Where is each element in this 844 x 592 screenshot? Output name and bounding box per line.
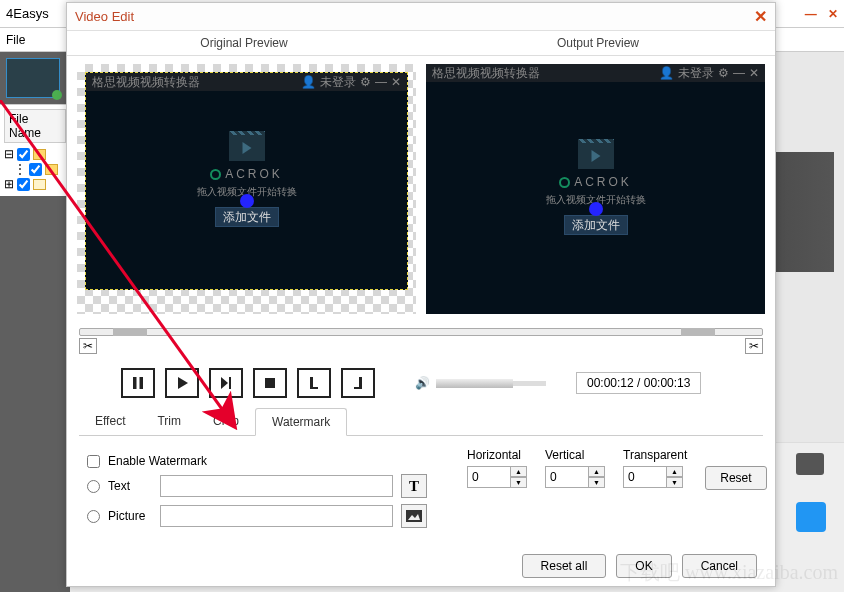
watermark-picture-radio[interactable] <box>87 510 100 523</box>
login-status: 未登录 <box>320 75 356 89</box>
edit-tabs: Effect Trim Crop Watermark <box>79 408 763 436</box>
output-preview[interactable]: 格思视频视频转换器👤未登录⚙—✕ ACROK 拖入视频文件开始转换 添加文件 <box>426 64 765 314</box>
svg-rect-5 <box>265 378 275 388</box>
reset-button[interactable]: Reset <box>705 466 766 490</box>
tree-row[interactable]: ⊞ <box>4 177 66 191</box>
speaker-icon[interactable]: 🔊 <box>415 376 430 390</box>
mark-out-button[interactable] <box>341 368 375 398</box>
transparent-spinner[interactable]: ▲▼ <box>623 466 687 488</box>
tree-header: File Name <box>4 109 66 143</box>
file-thumbnail[interactable] <box>6 58 60 98</box>
svg-rect-4 <box>229 377 231 389</box>
step-button[interactable] <box>209 368 243 398</box>
transparent-label: Transparent <box>623 448 687 462</box>
menu-file[interactable]: File <box>6 33 25 47</box>
svg-rect-7 <box>310 387 318 389</box>
close-icon[interactable]: ✕ <box>754 7 767 26</box>
tab-trim[interactable]: Trim <box>141 408 197 435</box>
ok-button[interactable]: OK <box>616 554 671 578</box>
vertical-label: Vertical <box>545 448 605 462</box>
main-minimize-icon[interactable]: — <box>805 7 817 21</box>
original-video-area: 格思视频视频转换器👤未登录⚙—✕ ACROK 拖入视频文件开始转换 添加文件 <box>85 72 408 290</box>
picture-label: Picture <box>108 509 152 523</box>
dialog-title: Video Edit <box>75 9 134 24</box>
main-close-icon[interactable]: ✕ <box>828 7 838 21</box>
output-preview-label: Output Preview <box>421 31 775 55</box>
video-edit-dialog: Video Edit ✕ Original Preview Output Pre… <box>66 2 776 587</box>
transparent-input[interactable] <box>623 466 667 488</box>
tab-effect[interactable]: Effect <box>79 408 141 435</box>
file-tree: File Name ⊟ ⋮ ⊞ <box>0 104 70 196</box>
vertical-spinner[interactable]: ▲▼ <box>545 466 605 488</box>
time-display: 00:00:12 / 00:00:13 <box>576 372 701 394</box>
convert-button[interactable] <box>796 502 826 532</box>
dialog-buttons: Reset all OK Cancel <box>67 546 775 590</box>
playback-controls: 🔊 00:00:12 / 00:00:13 <box>67 358 775 408</box>
font-button[interactable]: T <box>401 474 427 498</box>
main-title: 4Easys <box>6 6 49 21</box>
horizontal-spinner[interactable]: ▲▼ <box>467 466 527 488</box>
preview-headers: Original Preview Output Preview <box>67 31 775 56</box>
add-file-button: 添加文件 <box>564 215 628 235</box>
scissor-left-icon[interactable]: ✂ <box>79 338 97 354</box>
watermark-text-radio[interactable] <box>87 480 100 493</box>
svg-marker-3 <box>221 377 228 389</box>
pause-button[interactable] <box>121 368 155 398</box>
clapper-icon <box>578 143 614 169</box>
tree-check[interactable] <box>29 163 42 176</box>
volume-control[interactable]: 🔊 <box>415 376 546 390</box>
text-label: Text <box>108 479 152 493</box>
vertical-input[interactable] <box>545 466 589 488</box>
svg-rect-0 <box>133 377 137 389</box>
play-button[interactable] <box>165 368 199 398</box>
acrok-brand: ACROK <box>197 167 297 181</box>
tree-check[interactable] <box>17 178 30 191</box>
video-app-title: 格思视频视频转换器 <box>92 74 200 91</box>
output-video-area: 格思视频视频转换器👤未登录⚙—✕ ACROK 拖入视频文件开始转换 添加文件 <box>426 64 765 314</box>
enable-watermark-checkbox[interactable] <box>87 455 100 468</box>
browse-picture-button[interactable] <box>401 504 427 528</box>
svg-rect-10 <box>406 510 422 522</box>
dialog-titlebar: Video Edit ✕ <box>67 3 775 31</box>
original-preview-label: Original Preview <box>67 31 421 55</box>
clapper-icon <box>229 135 265 161</box>
bg-left-panel: File Name ⊟ ⋮ ⊞ <box>0 52 70 592</box>
original-preview[interactable]: 格思视频视频转换器👤未登录⚙—✕ ACROK 拖入视频文件开始转换 添加文件 <box>77 64 416 314</box>
watermark-picture-input[interactable] <box>160 505 393 527</box>
tab-crop[interactable]: Crop <box>197 408 255 435</box>
gear-icon: ⚙ <box>360 75 371 89</box>
up-arrow-icon[interactable]: ▲ <box>511 466 527 477</box>
watermark-panel: Enable Watermark Text T Picture Horizont… <box>67 436 775 546</box>
timeline[interactable]: ✂ ✂ <box>79 328 763 354</box>
tab-watermark[interactable]: Watermark <box>255 408 347 436</box>
tree-row[interactable]: ⋮ <box>4 162 66 176</box>
user-icon: 👤 <box>301 75 316 89</box>
horizontal-input[interactable] <box>467 466 511 488</box>
svg-rect-9 <box>354 387 362 389</box>
stop-button[interactable] <box>253 368 287 398</box>
volume-slider[interactable] <box>436 381 546 386</box>
cancel-button[interactable]: Cancel <box>682 554 757 578</box>
acrok-brand: ACROK <box>546 175 646 189</box>
tree-check[interactable] <box>17 148 30 161</box>
snapshot-icon[interactable] <box>796 453 824 475</box>
svg-marker-2 <box>178 377 188 389</box>
down-arrow-icon[interactable]: ▼ <box>511 477 527 488</box>
reset-all-button[interactable]: Reset all <box>522 554 607 578</box>
tree-row[interactable]: ⊟ <box>4 147 66 161</box>
scissor-right-icon[interactable]: ✂ <box>745 338 763 354</box>
enable-watermark-label: Enable Watermark <box>108 454 207 468</box>
horizontal-label: Horizontal <box>467 448 527 462</box>
watermark-text-input[interactable] <box>160 475 393 497</box>
mark-in-button[interactable] <box>297 368 331 398</box>
add-file-button: 添加文件 <box>215 207 279 227</box>
svg-rect-1 <box>140 377 144 389</box>
